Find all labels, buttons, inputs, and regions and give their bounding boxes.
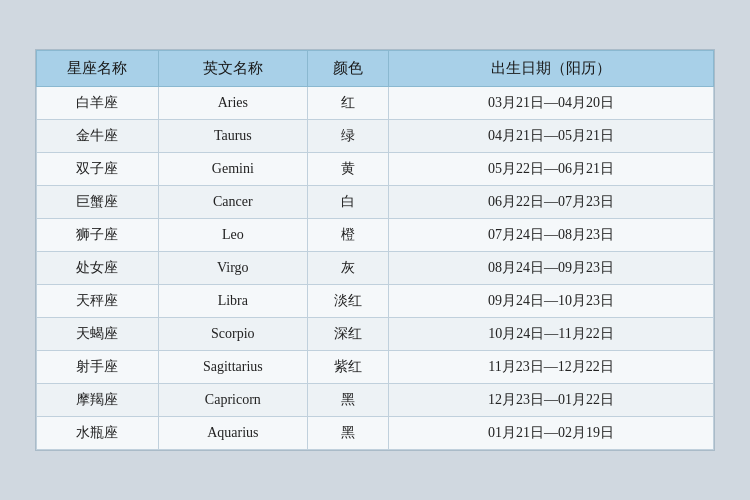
table-row: 处女座Virgo灰08月24日—09月23日 [37,252,714,285]
cell-color: 淡红 [307,285,388,318]
cell-chinese: 天秤座 [37,285,159,318]
cell-chinese: 摩羯座 [37,384,159,417]
table-row: 金牛座Taurus绿04月21日—05月21日 [37,120,714,153]
cell-chinese: 处女座 [37,252,159,285]
cell-english: Cancer [158,186,307,219]
cell-date: 10月24日—11月22日 [389,318,714,351]
cell-english: Libra [158,285,307,318]
cell-color: 紫红 [307,351,388,384]
table-row: 天蝎座Scorpio深红10月24日—11月22日 [37,318,714,351]
cell-date: 06月22日—07月23日 [389,186,714,219]
cell-date: 03月21日—04月20日 [389,87,714,120]
cell-color: 黑 [307,417,388,450]
cell-color: 深红 [307,318,388,351]
table-header-row: 星座名称 英文名称 颜色 出生日期（阳历） [37,51,714,87]
cell-chinese: 巨蟹座 [37,186,159,219]
cell-chinese: 双子座 [37,153,159,186]
table-row: 摩羯座Capricorn黑12月23日—01月22日 [37,384,714,417]
cell-chinese: 天蝎座 [37,318,159,351]
cell-date: 11月23日—12月22日 [389,351,714,384]
cell-chinese: 狮子座 [37,219,159,252]
zodiac-table-container: 星座名称 英文名称 颜色 出生日期（阳历） 白羊座Aries红03月21日—04… [35,49,715,451]
cell-date: 09月24日—10月23日 [389,285,714,318]
table-row: 狮子座Leo橙07月24日—08月23日 [37,219,714,252]
cell-english: Scorpio [158,318,307,351]
zodiac-table: 星座名称 英文名称 颜色 出生日期（阳历） 白羊座Aries红03月21日—04… [36,50,714,450]
cell-english: Gemini [158,153,307,186]
cell-english: Aries [158,87,307,120]
header-chinese: 星座名称 [37,51,159,87]
table-row: 射手座Sagittarius紫红11月23日—12月22日 [37,351,714,384]
cell-color: 红 [307,87,388,120]
cell-english: Capricorn [158,384,307,417]
table-row: 巨蟹座Cancer白06月22日—07月23日 [37,186,714,219]
cell-color: 白 [307,186,388,219]
cell-color: 橙 [307,219,388,252]
header-color: 颜色 [307,51,388,87]
header-date: 出生日期（阳历） [389,51,714,87]
cell-chinese: 水瓶座 [37,417,159,450]
cell-english: Leo [158,219,307,252]
cell-date: 01月21日—02月19日 [389,417,714,450]
cell-english: Virgo [158,252,307,285]
cell-english: Aquarius [158,417,307,450]
cell-chinese: 金牛座 [37,120,159,153]
header-english: 英文名称 [158,51,307,87]
cell-date: 05月22日—06月21日 [389,153,714,186]
cell-english: Sagittarius [158,351,307,384]
cell-date: 07月24日—08月23日 [389,219,714,252]
cell-color: 黑 [307,384,388,417]
cell-chinese: 白羊座 [37,87,159,120]
cell-color: 灰 [307,252,388,285]
cell-color: 黄 [307,153,388,186]
table-row: 水瓶座Aquarius黑01月21日—02月19日 [37,417,714,450]
table-body: 白羊座Aries红03月21日—04月20日金牛座Taurus绿04月21日—0… [37,87,714,450]
table-row: 双子座Gemini黄05月22日—06月21日 [37,153,714,186]
table-row: 天秤座Libra淡红09月24日—10月23日 [37,285,714,318]
cell-date: 08月24日—09月23日 [389,252,714,285]
table-row: 白羊座Aries红03月21日—04月20日 [37,87,714,120]
cell-chinese: 射手座 [37,351,159,384]
cell-english: Taurus [158,120,307,153]
cell-date: 12月23日—01月22日 [389,384,714,417]
cell-color: 绿 [307,120,388,153]
cell-date: 04月21日—05月21日 [389,120,714,153]
